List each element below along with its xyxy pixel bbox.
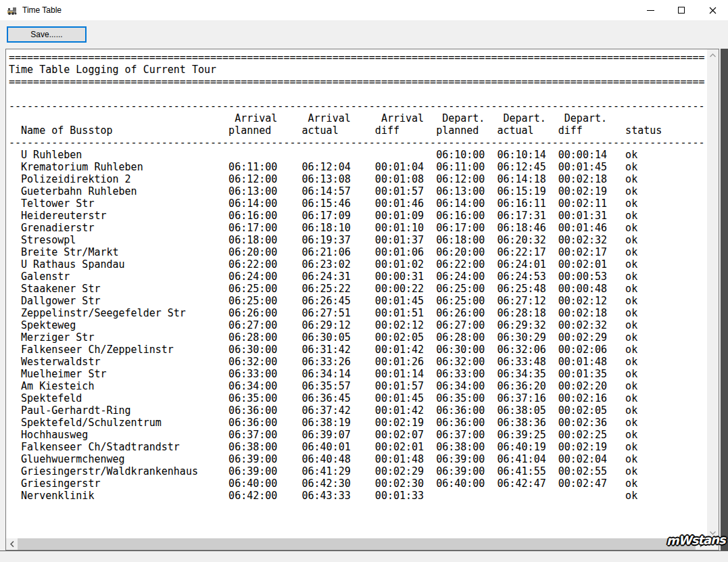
window-title: Time Table xyxy=(22,5,62,15)
chevron-up-icon xyxy=(710,53,716,57)
close-button[interactable] xyxy=(697,0,728,20)
maximize-icon xyxy=(678,7,685,14)
maximize-button[interactable] xyxy=(666,0,697,20)
watermark: mWstans xyxy=(666,532,725,548)
background-right xyxy=(721,49,728,551)
minimize-icon xyxy=(647,10,654,11)
chevron-left-icon xyxy=(10,541,14,547)
scroll-up-button[interactable] xyxy=(707,49,719,61)
minimize-button[interactable] xyxy=(635,0,666,20)
close-icon xyxy=(709,7,717,14)
horizontal-scrollbar[interactable] xyxy=(6,538,707,550)
toolbar: Save...... xyxy=(0,20,728,49)
scroll-left-button[interactable] xyxy=(6,538,18,550)
screen: Time Table Save...... ==================… xyxy=(0,0,728,562)
timetable-text[interactable]: ========================================… xyxy=(6,49,707,538)
timetable-panel: ========================================… xyxy=(5,49,719,551)
titlebar: Time Table xyxy=(0,0,728,20)
save-button[interactable]: Save...... xyxy=(7,26,87,43)
vertical-scrollbar[interactable] xyxy=(707,49,719,538)
app-icon xyxy=(7,5,18,16)
horizontal-scroll-thumb[interactable] xyxy=(18,538,696,550)
background-bottom xyxy=(0,551,728,562)
window-controls xyxy=(635,0,728,20)
